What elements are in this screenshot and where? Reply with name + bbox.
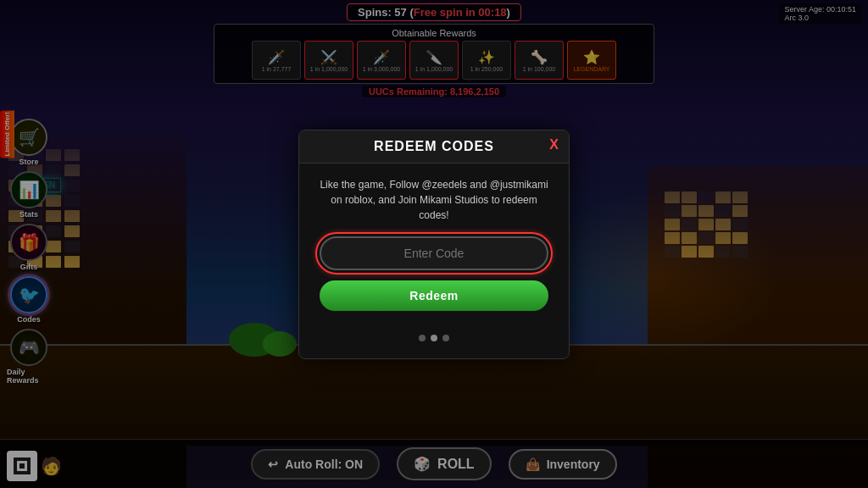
modal-overlay: REDEEM CODES X Like the game, Follow @ze…: [0, 0, 868, 488]
redeem-codes-modal: REDEEM CODES X Like the game, Follow @ze…: [298, 130, 570, 359]
code-input-field[interactable]: [320, 236, 548, 270]
modal-close-button[interactable]: X: [549, 137, 559, 152]
modal-header: REDEEM CODES X: [299, 130, 569, 164]
dot-1: [419, 335, 426, 341]
modal-title: REDEEM CODES: [374, 139, 494, 153]
modal-description: Like the game, Follow @zeedels and @just…: [320, 177, 548, 223]
redeem-button[interactable]: Redeem: [320, 280, 548, 311]
code-input-wrapper: [320, 236, 548, 270]
modal-pagination-dots: [299, 335, 569, 341]
modal-body: Like the game, Follow @zeedels and @just…: [299, 164, 569, 324]
dot-3: [442, 335, 449, 341]
dot-2: [431, 335, 437, 341]
